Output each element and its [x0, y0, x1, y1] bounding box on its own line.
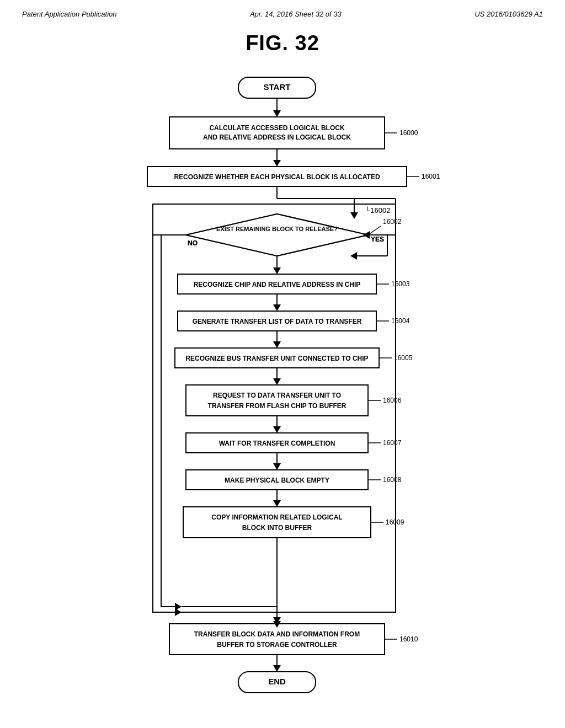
- svg-text:16009: 16009: [386, 518, 404, 526]
- flowchart-svg: START CALCULATE ACCESSED LOGICAL BLOCK A…: [89, 72, 476, 706]
- svg-rect-53: [186, 385, 368, 416]
- svg-text:BLOCK INTO BUFFER: BLOCK INTO BUFFER: [242, 524, 312, 532]
- svg-marker-18: [350, 212, 358, 219]
- svg-marker-92: [186, 214, 368, 256]
- svg-text:START: START: [264, 82, 291, 92]
- svg-line-21: [368, 226, 381, 235]
- header-right: US 2016/0103629 A1: [475, 10, 543, 18]
- svg-text:COPY INFORMATION RELATED LOGIC: COPY INFORMATION RELATED LOGICAL: [211, 513, 342, 521]
- svg-text:16005: 16005: [394, 354, 413, 362]
- svg-text:16004: 16004: [391, 317, 410, 325]
- svg-text:16007: 16007: [383, 439, 402, 447]
- svg-text:NO: NO: [188, 239, 198, 247]
- header-left: Patent Application Publication: [22, 10, 117, 18]
- svg-marker-3: [273, 110, 281, 117]
- svg-marker-101: [363, 231, 370, 239]
- svg-marker-40: [273, 304, 281, 311]
- svg-text:YES: YES: [371, 235, 384, 243]
- svg-text:16010: 16010: [399, 635, 418, 643]
- diagram-container: START CALCULATE ACCESSED LOGICAL BLOCK A…: [0, 72, 565, 728]
- svg-text:MAKE PHYSICAL BLOCK EMPTY: MAKE PHYSICAL BLOCK EMPTY: [225, 477, 329, 484]
- svg-text:TRANSFER FROM  FLASH CHIP TO B: TRANSFER FROM FLASH CHIP TO BUFFER: [208, 402, 347, 410]
- svg-rect-72: [183, 507, 371, 538]
- svg-rect-82: [169, 624, 385, 655]
- page-title: FIG. 32: [0, 31, 565, 55]
- svg-marker-10: [273, 160, 281, 167]
- svg-text:TRANSFER BLOCK DATA AND INFORM: TRANSFER BLOCK DATA AND INFORMATION FROM: [194, 630, 360, 638]
- svg-marker-52: [273, 378, 281, 385]
- svg-text:REQUEST TO DATA TRANSFER UNIT : REQUEST TO DATA TRANSFER UNIT TO: [213, 392, 341, 399]
- svg-text:16001: 16001: [422, 173, 440, 180]
- svg-text:WAIT FOR TRANSFER COMPLETION: WAIT FOR TRANSFER COMPLETION: [219, 440, 335, 447]
- svg-marker-88: [273, 665, 281, 672]
- svg-text:AND RELATIVE ADDRESS IN LOGICA: AND RELATIVE ADDRESS IN LOGICAL BLOCK: [203, 133, 351, 141]
- svg-text:16008: 16008: [383, 476, 402, 484]
- svg-text:RECOGNIZE WHETHER EACH PHYSICA: RECOGNIZE WHETHER EACH PHYSICAL BLOCK IS…: [174, 173, 380, 181]
- svg-text:16002: 16002: [383, 218, 402, 226]
- header-middle: Apr. 14, 2016 Sheet 32 of 33: [250, 10, 342, 18]
- svg-text:16003: 16003: [391, 280, 410, 288]
- svg-rect-4: [169, 117, 385, 149]
- svg-text:RECOGNIZE CHIP AND RELATIVE AD: RECOGNIZE CHIP AND RELATIVE ADDRESS IN C…: [194, 281, 361, 288]
- svg-text:END: END: [268, 677, 286, 686]
- svg-text:16006: 16006: [383, 397, 402, 404]
- svg-marker-71: [273, 500, 281, 507]
- svg-marker-32: [350, 252, 357, 260]
- svg-marker-46: [273, 341, 281, 348]
- svg-text:16000: 16000: [399, 129, 418, 137]
- svg-marker-104: [175, 608, 182, 616]
- svg-text:EXIST REMAINING BLOCK TO RELEA: EXIST REMAINING BLOCK TO RELEASE?: [216, 226, 338, 232]
- svg-text:RECOGNIZE BUS TRANSFER UNIT CO: RECOGNIZE BUS TRANSFER UNIT CONNECTED TO…: [185, 355, 368, 362]
- svg-text:BUFFER TO STORAGE CONTROLLER: BUFFER TO STORAGE CONTROLLER: [217, 641, 337, 649]
- svg-text:GENERATE TRANSFER LIST OF DATA: GENERATE TRANSFER LIST OF DATA TO TRANSF…: [193, 318, 362, 325]
- svg-marker-34: [273, 267, 281, 274]
- svg-marker-59: [273, 426, 281, 433]
- svg-text:└16002: └16002: [365, 206, 390, 215]
- svg-text:CALCULATE ACCESSED LOGICAL BLO: CALCULATE ACCESSED LOGICAL BLOCK: [209, 124, 344, 132]
- page-header: Patent Application Publication Apr. 14, …: [0, 0, 565, 18]
- svg-marker-65: [273, 463, 281, 470]
